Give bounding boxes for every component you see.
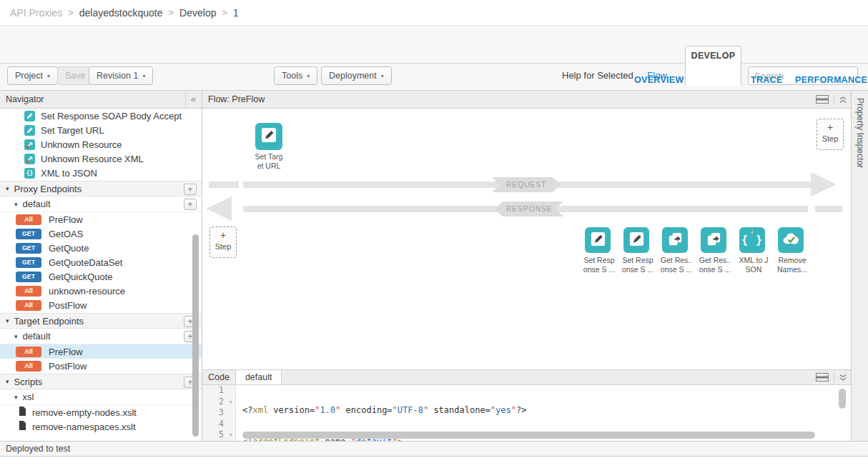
property-inspector-strip[interactable]: Property Inspector: [851, 91, 868, 441]
breadcrumb-develop[interactable]: Develop: [179, 7, 216, 19]
flow-canvas[interactable]: + Step Set Targ et URL REQUEST: [202, 109, 851, 369]
tools-menu-button[interactable]: Tools▾: [274, 66, 317, 85]
policy-item-set-response-soap-body-accept[interactable]: Set Response SOAP Body Accept: [0, 109, 202, 123]
save-button[interactable]: Save: [57, 66, 94, 85]
fold-caret-icon[interactable]: ▾: [229, 397, 232, 408]
method-badge: All: [16, 347, 41, 357]
response-arrowhead-icon: [206, 196, 232, 221]
section-title: Scripts: [14, 377, 43, 387]
divider: [834, 372, 834, 382]
edit-policy-icon: [260, 126, 277, 146]
flow-item-getquickquote[interactable]: GET GetQuickQuote: [0, 269, 202, 284]
policy-item-set-target-url[interactable]: Set Target URL: [0, 123, 202, 137]
caret-down-icon: ▾: [14, 201, 18, 208]
method-badge: GET: [16, 257, 41, 268]
caret-down-icon: ▾: [47, 73, 50, 79]
policy-label: Unknown Resource XML: [41, 154, 144, 164]
caret-down-icon: ▾: [381, 73, 384, 79]
scripts-group-xsl[interactable]: ▾ xsl: [0, 389, 202, 405]
divider: [834, 94, 834, 104]
navigator-title: Navigator: [6, 94, 44, 104]
flow-item-target-postflow[interactable]: All PostFlow: [0, 359, 202, 373]
breadcrumb-api-proxies[interactable]: API Proxies: [10, 7, 62, 19]
code-tab-default[interactable]: default: [235, 370, 282, 384]
code-horizontal-scrollbar-thumb[interactable]: [242, 432, 815, 439]
flow-step-get-response-1[interactable]: [662, 227, 688, 253]
edit-policy-icon: [590, 231, 606, 250]
script-policy-icon: [706, 231, 722, 250]
fold-caret-icon[interactable]: ▾: [229, 429, 232, 441]
target-endpoint-default[interactable]: ▾ default +: [0, 329, 202, 344]
breadcrumb-separator: >: [169, 7, 174, 18]
script-policy-icon: [667, 231, 684, 250]
collapse-down-double-chevron-icon[interactable]: [839, 374, 847, 382]
breadcrumb-separator: >: [222, 7, 227, 18]
flow-item-preflow[interactable]: All PreFlow: [0, 212, 202, 226]
navigator-panel: Navigator « Set Response SOAP Body Accep…: [0, 91, 202, 441]
flow-item-getquotedataset[interactable]: GET GetQuoteDataSet: [0, 255, 202, 269]
plus-icon: +: [210, 230, 236, 240]
flow-step-xml-to-json[interactable]: ↓ { }: [739, 227, 765, 253]
flow-step-label: Get Res..onse S ...: [694, 256, 736, 274]
policy-item-unknown-resource-xml[interactable]: Unknown Resource XML: [0, 151, 202, 166]
section-scripts[interactable]: ▾ Scripts +: [0, 374, 202, 389]
flow-item-postflow[interactable]: All PostFlow: [0, 298, 202, 312]
down-arrow-icon: ↓: [751, 228, 754, 235]
tab-performance[interactable]: PERFORMANCE: [795, 75, 867, 85]
breadcrumb-revision[interactable]: 1: [233, 7, 239, 19]
flow-item-getoas[interactable]: GET GetOAS: [0, 226, 202, 241]
collapse-up-double-chevron-icon[interactable]: [839, 96, 847, 104]
flow-step-label: Set Targ et URL: [247, 152, 290, 171]
policy-item-unknown-resource[interactable]: Unknown Resource: [0, 137, 202, 151]
script-file-remove-namespaces[interactable]: remove-namespaces.xslt: [0, 419, 202, 434]
script-file-remove-empty-nodes[interactable]: remove-empty-nodes.xslt: [0, 405, 202, 419]
status-bar: Deployed to test: [0, 441, 868, 457]
code-label: Code: [202, 370, 235, 384]
policy-item-xml-to-json[interactable]: {} XML to JSON: [0, 166, 202, 180]
flow-step-get-response-2[interactable]: [701, 227, 726, 253]
method-badge: All: [16, 214, 41, 225]
flow-title: Flow: PreFlow: [208, 94, 265, 104]
response-flow-bar-stub: [815, 206, 842, 212]
code-editor[interactable]: 1 2▾ 3 4 5▾ <?xml version="1.0" encoding…: [202, 385, 851, 441]
caret-down-icon: ▾: [14, 333, 18, 340]
scrollbar-thumb[interactable]: [192, 234, 199, 437]
split-pane-icon[interactable]: [816, 373, 829, 382]
tab-trace[interactable]: TRACE: [751, 75, 783, 85]
flow-step-set-response-2[interactable]: [623, 227, 649, 253]
flow-step-remove-namespaces[interactable]: [778, 227, 804, 253]
tab-overview[interactable]: OVERVIEW: [634, 75, 684, 85]
caret-down-icon: ▾: [142, 73, 145, 79]
request-label-ribbon: REQUEST: [492, 177, 561, 192]
method-badge: All: [16, 286, 41, 297]
request-arrowhead-icon: [811, 172, 837, 196]
flow-step-set-target-url[interactable]: [255, 123, 282, 150]
flow-step-label: Set Response S ...: [578, 256, 621, 274]
navigator-scrollbar[interactable]: [192, 109, 200, 439]
code-line-1: <?xml version="1.0" encoding="UTF-8" sta…: [236, 405, 834, 417]
proxy-endpoint-default[interactable]: ▾ default +: [0, 196, 202, 212]
flow-step-label: RemoveNames...: [771, 256, 814, 274]
add-step-button-response[interactable]: + Step: [209, 226, 237, 258]
deployment-menu-button[interactable]: Deployment▾: [321, 66, 392, 85]
deployment-status-text: Deployed to test: [6, 444, 70, 454]
section-proxy-endpoints[interactable]: ▾ Proxy Endpoints +: [0, 181, 202, 196]
flow-item-unknown-resource[interactable]: All unknown-resource: [0, 284, 202, 298]
split-pane-icon[interactable]: [816, 95, 829, 104]
flow-item-target-preflow-selected[interactable]: All PreFlow: [0, 344, 202, 359]
flow-step-set-response-1[interactable]: [585, 227, 611, 253]
project-menu-button[interactable]: Project▾: [7, 66, 58, 85]
code-panel: Code default 1 2▾ 3 4 5▾: [202, 369, 851, 441]
flow-item-getquote[interactable]: GET GetQuote: [0, 241, 202, 255]
code-vertical-scrollbar-thumb[interactable]: [839, 389, 846, 409]
method-badge: GET: [16, 243, 41, 254]
section-target-endpoints[interactable]: ▾ Target Endpoints +: [0, 313, 202, 329]
tab-develop[interactable]: DEVELOP: [685, 46, 741, 86]
caret-down-icon: ▾: [6, 378, 9, 385]
add-step-button-request[interactable]: + Step: [817, 119, 844, 150]
revision-menu-button[interactable]: Revision 1▾: [89, 66, 153, 85]
header: OVERVIEW DEVELOP TRACE PERFORMANCE Proje…: [0, 26, 868, 91]
collapse-left-icon[interactable]: «: [185, 91, 196, 108]
breadcrumb-proxy-name[interactable]: delayedstockquote: [79, 7, 163, 19]
section-title: Target Endpoints: [14, 316, 84, 327]
